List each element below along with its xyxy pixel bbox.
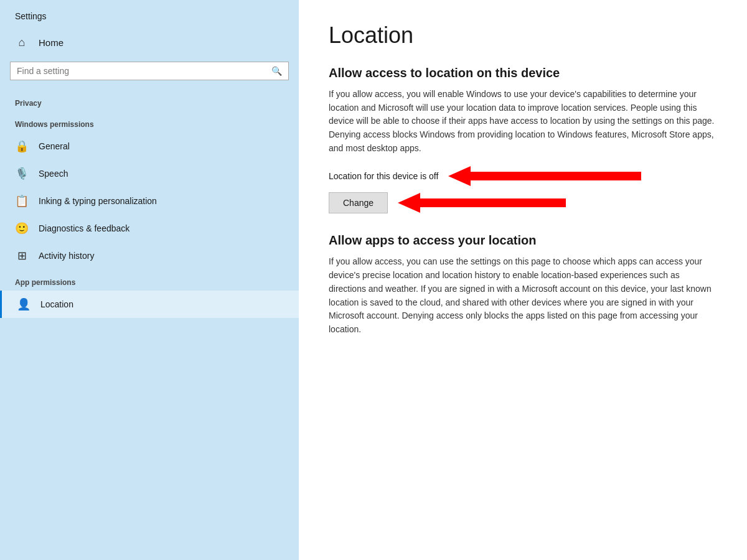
nav-label-general: General [39, 141, 70, 151]
sidebar-item-location[interactable]: 👤 Location [0, 291, 299, 318]
nav-label-activity: Activity history [39, 251, 94, 261]
location-icon: 👤 [17, 297, 31, 311]
search-input[interactable] [17, 66, 271, 76]
nav-label-diagnostics: Diagnostics & feedback [39, 223, 129, 233]
arrow1-icon [448, 166, 647, 186]
status-row: Location for this device is off [329, 166, 717, 186]
nav-label-inking: Inking & typing personalization [39, 196, 157, 206]
main-content: Location Allow access to location on thi… [299, 0, 747, 560]
section-label-app: App permissions [0, 269, 299, 291]
diagnostics-icon: 🙂 [15, 222, 29, 235]
section2-title: Allow apps to access your location [329, 233, 717, 248]
nav-label-location: Location [40, 299, 73, 309]
activity-icon: ⊞ [15, 249, 29, 263]
svg-marker-3 [398, 193, 420, 213]
sidebar-item-inking[interactable]: 📋 Inking & typing personalization [0, 187, 299, 215]
section1-title: Allow access to location on this device [329, 66, 717, 80]
change-row: Change [329, 192, 717, 213]
sidebar: Settings ⌂ Home 🔍 Privacy Windows permis… [0, 0, 299, 560]
section-label-privacy: Privacy [0, 90, 299, 111]
lock-icon: 🔒 [15, 139, 29, 153]
sidebar-item-general[interactable]: 🔒 General [0, 133, 299, 160]
location-status: Location for this device is off [329, 171, 438, 181]
speech-icon: 🎙️ [15, 167, 29, 180]
arrow2-icon [398, 193, 572, 213]
home-icon: ⌂ [15, 36, 29, 49]
home-label: Home [39, 37, 63, 48]
section1-desc: If you allow access, you will enable Win… [329, 88, 717, 155]
inking-icon: 📋 [15, 194, 29, 208]
nav-label-speech: Speech [39, 169, 68, 179]
page-title: Location [329, 22, 717, 49]
sidebar-item-speech[interactable]: 🎙️ Speech [0, 160, 299, 187]
sidebar-item-home[interactable]: ⌂ Home [0, 30, 299, 55]
svg-marker-1 [448, 166, 471, 186]
section2-desc: If you allow access, you can use the set… [329, 255, 717, 336]
search-icon: 🔍 [271, 66, 282, 76]
sidebar-item-activity[interactable]: ⊞ Activity history [0, 242, 299, 269]
section-label-windows: Windows permissions [0, 111, 299, 133]
settings-title: Settings [0, 0, 299, 30]
sidebar-item-diagnostics[interactable]: 🙂 Diagnostics & feedback [0, 215, 299, 242]
change-button[interactable]: Change [329, 192, 388, 213]
search-box[interactable]: 🔍 [10, 62, 289, 80]
